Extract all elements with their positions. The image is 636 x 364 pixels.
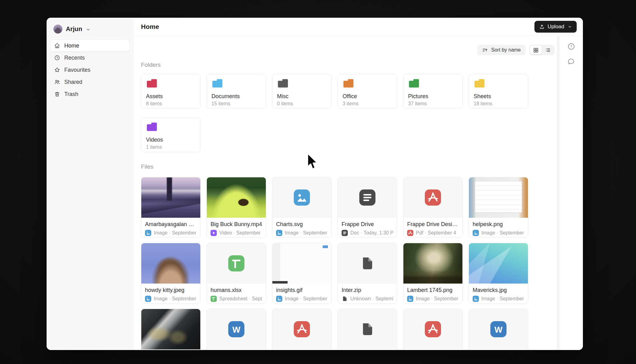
scrollbar[interactable] [557,36,559,350]
file-card-mavericks-jpg[interactable]: Mavericks.jpgImage · September 4 [469,243,528,304]
comments-button[interactable] [567,57,575,66]
file-card[interactable] [403,309,463,350]
upload-icon [539,24,545,30]
file-card[interactable]: W [207,309,266,350]
sort-button[interactable]: Sort by name [477,45,525,55]
file-card-helpesk-png[interactable]: helpesk.pngImage · September 4 [469,177,528,238]
file-card-charts-svg[interactable]: Charts.svgImage · September 4 [272,177,332,238]
file-thumbnail: W [207,309,266,349]
sidebar-item-shared[interactable]: Shared [50,76,129,88]
image-type-icon [276,230,282,236]
file-name: Frappe Drive Design ... [407,221,459,228]
folder-card-assets[interactable]: Assets8 items [141,74,201,109]
file-meta: Doc · Today, 1:30 PM [342,230,393,236]
folder-card-sheets[interactable]: Sheets18 items [469,74,528,109]
file-card-insights-gif[interactable]: insights.gifImage · September 4 [272,243,332,304]
file-thumbnail [272,309,331,349]
file-name: Amarbayasgalan Gel... [145,221,197,228]
pdf-file-icon [425,189,441,206]
file-thumbnail [272,177,331,218]
file-card-inter-zip[interactable]: Inter.zipUnknown · September 4 [338,243,397,304]
sidebar: Arjun HomeRecentsFavouritesSharedTrash [47,18,134,350]
image-type-icon [145,296,151,302]
user-name: Arjun [66,25,82,33]
sidebar-item-trash[interactable]: Trash [50,88,129,100]
content-scroll-area[interactable]: Sort by name Folders Assets8 itemsD [134,36,559,350]
file-card-howdy-kitty-jpeg[interactable]: howdy kitty.jpegImage · September 4 [141,243,201,304]
list-view-button[interactable] [542,46,554,54]
folder-item-count: 1 items [146,144,196,150]
folder-card-office[interactable]: Office3 items [338,74,397,109]
image-type-icon [473,296,479,302]
file-card[interactable] [141,309,201,350]
file-meta-text: Image · September 4 [416,296,459,302]
file-card[interactable] [272,309,332,350]
file-card-amarbayasgalan-gel-[interactable]: Amarbayasgalan Gel...Image · September 4 [141,177,201,238]
file-thumbnail [403,243,462,284]
unknown-type-icon [342,296,348,302]
file-meta-text: Image · September 4 [481,230,524,236]
folder-card-videos[interactable]: Videos1 items [141,117,201,152]
folder-icon [474,78,485,89]
folder-card-misc[interactable]: Misc0 items [272,74,332,109]
folder-card-pictures[interactable]: Pictures37 items [403,74,463,109]
file-name: humans.xlsx [211,287,262,293]
sidebar-item-recents[interactable]: Recents [50,52,129,64]
svg-text:W: W [232,325,240,334]
upload-button[interactable]: Upload [534,21,577,33]
sidebar-item-label: Shared [64,79,82,85]
grid-view-button[interactable] [530,46,542,54]
folder-name: Misc [277,93,327,100]
folder-icon [146,122,158,132]
file-meta: Image · September 4 [473,296,524,302]
file-card-frappe-drive[interactable]: Frappe DriveDoc · Today, 1:30 PM [338,177,397,238]
folder-icon [343,78,354,89]
sheet-type-icon [211,296,217,302]
file-card[interactable] [338,309,397,350]
upload-label: Upload [547,24,564,30]
file-meta: Image · September 4 [407,296,459,302]
page-header: Home Upload [134,18,583,36]
file-thumbnail [338,309,397,349]
svg-text:W: W [494,325,502,334]
file-card-big-buck-bunny-mp4[interactable]: Big Buck Bunny.mp4Video · September 4 [207,177,266,238]
sidebar-item-home[interactable]: Home [50,40,129,52]
file-info: Charts.svgImage · September 4 [272,218,331,236]
folder-name: Office [343,93,392,100]
file-thumbnail [207,177,266,218]
file-thumbnail [469,177,528,218]
file-name: Inter.zip [342,287,393,293]
file-card-humans-xlsx[interactable]: humans.xlsxSpreadsheet · September 4 [207,243,266,304]
file-meta-text: Pdf · September 4 [416,230,456,236]
image-file-icon [294,189,310,206]
file-card[interactable]: W [469,309,528,350]
word-file-icon: W [228,321,244,337]
file-meta: Unknown · September 4 [342,296,393,302]
pdf-file-icon [294,321,310,337]
folder-name: Assets [146,93,196,100]
desktop-background: Arjun HomeRecentsFavouritesSharedTrash H… [0,0,636,364]
folders-heading: Folders [141,61,559,68]
doc-type-icon [342,230,348,236]
file-meta: Pdf · September 4 [407,230,459,236]
sidebar-item-favourites[interactable]: Favourites [50,64,129,76]
folder-card-documents[interactable]: Documents15 items [207,74,266,109]
doc-file-icon [359,189,375,206]
file-info: humans.xlsxSpreadsheet · September 4 [207,284,266,302]
file-name: Charts.svg [276,221,328,228]
file-meta: Spreadsheet · September 4 [211,296,262,302]
file-meta-text: Image · September 4 [154,230,197,236]
file-info: Amarbayasgalan Gel...Image · September 4 [141,218,200,236]
file-name: Lambert 1745.png [407,287,459,293]
chevron-down-icon [568,25,572,29]
content-row: Sort by name Folders Assets8 itemsD [134,36,583,350]
info-button[interactable] [567,42,575,51]
image-type-icon [276,296,282,302]
user-menu[interactable]: Arjun [50,25,129,40]
toolbar: Sort by name [141,45,555,55]
file-name: Mavericks.jpg [473,287,524,293]
file-card-lambert-1745-png[interactable]: Lambert 1745.pngImage · September 4 [403,243,463,304]
files-heading: Files [141,163,559,170]
file-card-frappe-drive-design-[interactable]: Frappe Drive Design ...Pdf · September 4 [403,177,463,238]
folder-item-count: 18 items [474,101,523,107]
